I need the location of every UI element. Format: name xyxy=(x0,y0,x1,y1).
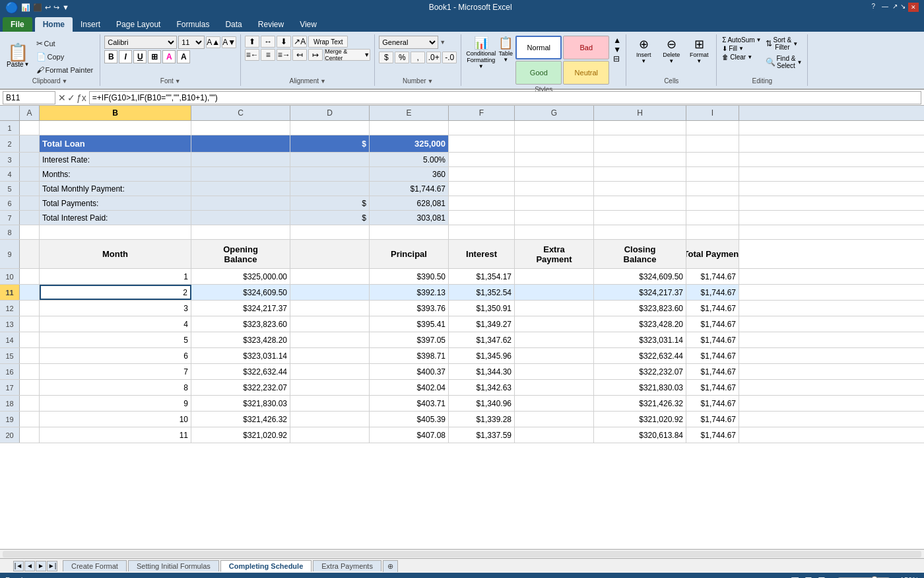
cell-c13[interactable]: $323,823.60 xyxy=(191,316,290,332)
cell-f19[interactable]: $1,339.28 xyxy=(449,412,515,427)
cell-f9[interactable]: Interest xyxy=(449,240,515,268)
sheet-nav-first[interactable]: |◄ xyxy=(13,561,24,571)
cell-b12[interactable]: 3 xyxy=(40,301,191,316)
cell-a12[interactable] xyxy=(20,301,40,316)
row-num-19[interactable]: 19 xyxy=(0,412,20,427)
cell-f16[interactable]: $1,344.30 xyxy=(449,364,515,379)
cell-a13[interactable] xyxy=(20,316,40,332)
row-num-1[interactable]: 1 xyxy=(0,121,20,135)
cell-c5[interactable] xyxy=(191,182,290,196)
cell-c7[interactable] xyxy=(191,211,290,225)
increase-indent-btn[interactable]: ↦ xyxy=(308,49,323,61)
cell-b17[interactable]: 8 xyxy=(40,380,191,395)
format-cells-btn[interactable]: ⊞ Format ▼ xyxy=(686,36,712,65)
cell-g8[interactable] xyxy=(515,225,594,239)
cell-h7[interactable] xyxy=(594,211,686,225)
cell-b5[interactable]: Total Monthly Payment: xyxy=(40,182,191,196)
cell-g18[interactable] xyxy=(515,396,594,411)
cell-i5[interactable] xyxy=(686,182,739,196)
cell-b7[interactable]: Total Interest Paid: xyxy=(40,211,191,225)
cell-i20[interactable]: $1,744.67 xyxy=(686,427,739,443)
cell-b14[interactable]: 5 xyxy=(40,332,191,347)
cell-i3[interactable] xyxy=(686,153,739,166)
conditional-formatting-btn[interactable]: 📊 ConditionalFormatting ▼ xyxy=(466,36,496,69)
cell-e19[interactable]: $405.39 xyxy=(370,412,449,427)
cell-h17[interactable]: $321,830.03 xyxy=(594,380,686,395)
cell-a9[interactable] xyxy=(20,240,40,268)
cell-c10[interactable]: $325,000.00 xyxy=(191,269,290,284)
cell-f10[interactable]: $1,354.17 xyxy=(449,269,515,284)
row-num-9[interactable]: 9 xyxy=(0,240,20,268)
delete-cells-btn[interactable]: ⊖ Delete ▼ xyxy=(658,36,684,65)
cell-c8[interactable] xyxy=(191,225,290,239)
cell-g12[interactable] xyxy=(515,301,594,316)
cell-i15[interactable]: $1,744.67 xyxy=(686,348,739,363)
align-left-btn[interactable]: ≡← xyxy=(245,49,259,61)
cell-d19[interactable] xyxy=(290,412,370,427)
cell-h19[interactable]: $321,020.92 xyxy=(594,412,686,427)
cell-f18[interactable]: $1,340.96 xyxy=(449,396,515,411)
cell-e7[interactable]: 303,081 xyxy=(370,211,449,225)
cell-e9[interactable]: Principal xyxy=(370,240,449,268)
fill-color-button[interactable]: A xyxy=(162,50,176,63)
cell-a11[interactable] xyxy=(20,285,40,300)
font-size-select[interactable]: 11 xyxy=(178,36,205,49)
row-num-5[interactable]: 5 xyxy=(0,182,20,196)
cell-i1[interactable] xyxy=(686,121,739,135)
copy-button[interactable]: 📄 Copy xyxy=(34,51,96,63)
cell-g14[interactable] xyxy=(515,332,594,347)
cell-e4[interactable]: 360 xyxy=(370,167,449,181)
cell-f6[interactable] xyxy=(449,196,515,210)
view-normal-btn[interactable]: ▦ xyxy=(791,575,799,578)
col-header-h[interactable]: H xyxy=(594,106,686,120)
col-header-c[interactable]: C xyxy=(191,106,290,120)
cell-h2[interactable] xyxy=(594,135,686,152)
tab-page-layout[interactable]: Page Layout xyxy=(108,17,168,32)
cell-g6[interactable] xyxy=(515,196,594,210)
align-top-btn[interactable]: ⬆ xyxy=(245,36,259,48)
cell-a14[interactable] xyxy=(20,332,40,347)
cell-h12[interactable]: $323,823.60 xyxy=(594,301,686,316)
cell-h15[interactable]: $322,632.44 xyxy=(594,348,686,363)
cell-a10[interactable] xyxy=(20,269,40,284)
col-header-g[interactable]: G xyxy=(515,106,594,120)
paste-button[interactable]: 📋 Paste ▼ xyxy=(4,42,32,69)
tab-file[interactable]: File xyxy=(3,17,32,32)
cell-a6[interactable] xyxy=(20,196,40,210)
cell-h6[interactable] xyxy=(594,196,686,210)
cell-c20[interactable]: $321,020.92 xyxy=(191,427,290,443)
cell-c17[interactable]: $322,232.07 xyxy=(191,380,290,395)
row-num-13[interactable]: 13 xyxy=(0,316,20,332)
cell-f20[interactable]: $1,337.59 xyxy=(449,427,515,443)
cell-e3[interactable]: 5.00% xyxy=(370,153,449,166)
clear-btn[interactable]: 🗑 Clear ▼ xyxy=(721,53,762,61)
percent-btn[interactable]: % xyxy=(395,52,409,63)
row-num-11[interactable]: 11 xyxy=(0,285,20,300)
merge-center-btn[interactable]: Merge & Center▼ xyxy=(324,49,370,61)
border-button[interactable]: ⊞ xyxy=(148,50,161,63)
cell-c3[interactable] xyxy=(191,153,290,166)
cell-i6[interactable] xyxy=(686,196,739,210)
text-angle-btn[interactable]: ↗A xyxy=(292,36,307,48)
cell-g17[interactable] xyxy=(515,380,594,395)
cell-h1[interactable] xyxy=(594,121,686,135)
col-header-d[interactable]: D xyxy=(290,106,370,120)
cell-e20[interactable]: $407.08 xyxy=(370,427,449,443)
cell-d9[interactable] xyxy=(290,240,370,268)
cell-d4[interactable] xyxy=(290,167,370,181)
cell-c2[interactable] xyxy=(191,135,290,152)
comma-btn[interactable]: , xyxy=(411,52,425,63)
cell-d15[interactable] xyxy=(290,348,370,363)
sheet-nav-next[interactable]: ► xyxy=(36,561,46,571)
row-num-7[interactable]: 7 xyxy=(0,211,20,225)
font-family-select[interactable]: Calibri xyxy=(104,36,177,49)
cell-d20[interactable] xyxy=(290,427,370,443)
cell-a2[interactable] xyxy=(20,135,40,152)
row-num-3[interactable]: 3 xyxy=(0,153,20,166)
cell-h11[interactable]: $324,217.37 xyxy=(594,285,686,300)
cell-e5[interactable]: $1,744.67 xyxy=(370,182,449,196)
tab-review[interactable]: Review xyxy=(250,17,292,32)
cell-b19[interactable]: 10 xyxy=(40,412,191,427)
tab-insert[interactable]: Insert xyxy=(73,17,108,32)
sheet-tab-completing-schedule[interactable]: Completing Schedule xyxy=(220,560,312,572)
